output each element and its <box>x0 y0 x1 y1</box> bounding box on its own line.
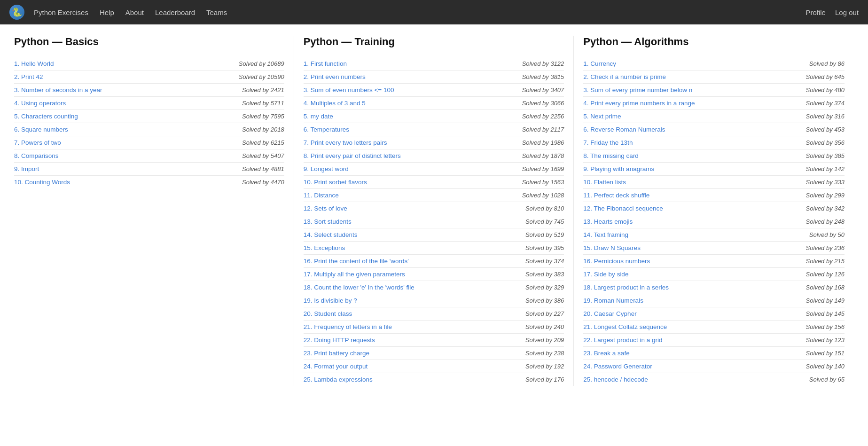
table-row: 9. Playing with anagramsSolved by 142 <box>583 163 845 176</box>
exercise-link-algorithms-5[interactable]: 5. Next prime <box>583 113 621 120</box>
exercise-link-training-23[interactable]: 23. Print battery charge <box>304 350 369 357</box>
exercise-link-training-22[interactable]: 22. Doing HTTP requests <box>304 336 375 344</box>
navbar-links: Python Exercises Help About Leaderboard … <box>34 8 805 16</box>
exercise-link-algorithms-12[interactable]: 12. The Fibonacci sequence <box>583 205 663 212</box>
nav-teams[interactable]: Teams <box>206 8 227 16</box>
exercise-link-algorithms-4[interactable]: 4. Print every prime numbers in a range <box>583 100 695 107</box>
solved-count: Solved by 10590 <box>239 73 284 80</box>
table-row: 8. The missing cardSolved by 385 <box>583 149 845 163</box>
table-row: 5. my dateSolved by 2256 <box>304 110 564 123</box>
exercise-link-algorithms-17[interactable]: 17. Side by side <box>583 271 628 278</box>
exercise-link-algorithms-18[interactable]: 18. Largest product in a series <box>583 284 669 291</box>
exercise-link-training-6[interactable]: 6. Temperatures <box>304 126 349 133</box>
solved-count: Solved by 1878 <box>522 152 564 159</box>
exercise-link-algorithms-14[interactable]: 14. Text framing <box>583 231 628 238</box>
exercise-list-basics: 1. Hello WorldSolved by 106892. Print 42… <box>14 57 284 188</box>
nav-profile[interactable]: Profile <box>805 8 826 16</box>
exercise-link-algorithms-15[interactable]: 15. Draw N Squares <box>583 244 641 251</box>
table-row: 7. Friday the 13thSolved by 356 <box>583 136 845 149</box>
exercise-link-training-18[interactable]: 18. Count the lower 'e' in the 'words' f… <box>304 284 414 291</box>
exercise-link-algorithms-11[interactable]: 11. Perfect deck shuffle <box>583 192 649 199</box>
exercise-link-algorithms-16[interactable]: 16. Pernicious numbers <box>583 258 650 265</box>
solved-count: Solved by 156 <box>806 323 845 330</box>
exercise-link-algorithms-10[interactable]: 10. Flatten lists <box>583 179 626 186</box>
exercise-link-training-2[interactable]: 2. Print even numbers <box>304 73 366 80</box>
solved-count: Solved by 374 <box>806 100 845 107</box>
exercise-link-training-11[interactable]: 11. Distance <box>304 192 339 199</box>
table-row: 6. TemperaturesSolved by 2117 <box>304 123 564 136</box>
exercise-link-basics-1[interactable]: 1. Hello World <box>14 60 54 67</box>
exercise-link-basics-8[interactable]: 8. Comparisons <box>14 152 59 159</box>
exercise-link-algorithms-7[interactable]: 7. Friday the 13th <box>583 139 633 146</box>
exercise-link-training-8[interactable]: 8. Print every pair of distinct letters <box>304 152 401 159</box>
exercise-link-algorithms-25[interactable]: 25. hencode / hdecode <box>583 376 648 383</box>
solved-count: Solved by 3122 <box>522 60 564 67</box>
exercise-link-training-5[interactable]: 5. my date <box>304 113 333 120</box>
nav-help[interactable]: Help <box>100 8 114 16</box>
exercise-link-basics-10[interactable]: 10. Counting Words <box>14 179 70 186</box>
exercise-link-algorithms-24[interactable]: 24. Password Generator <box>583 363 652 370</box>
table-row: 18. Largest product in a seriesSolved by… <box>583 281 845 294</box>
table-row: 9. Longest wordSolved by 1699 <box>304 163 564 176</box>
table-row: 3. Sum of even numbers <= 100Solved by 3… <box>304 84 564 97</box>
exercise-link-basics-6[interactable]: 6. Square numbers <box>14 126 68 133</box>
nav-python-exercises[interactable]: Python Exercises <box>34 8 88 16</box>
exercise-link-training-20[interactable]: 20. Student class <box>304 310 352 317</box>
exercise-link-training-7[interactable]: 7. Print every two letters pairs <box>304 139 387 146</box>
exercise-link-basics-5[interactable]: 5. Characters counting <box>14 113 78 120</box>
nav-logout[interactable]: Log out <box>835 8 859 16</box>
solved-count: Solved by 3815 <box>522 73 564 80</box>
exercise-link-basics-3[interactable]: 3. Number of seconds in a year <box>14 86 102 94</box>
exercise-link-training-17[interactable]: 17. Multiply all the given parameters <box>304 271 405 278</box>
solved-count: Solved by 168 <box>806 284 845 291</box>
table-row: 6. Reverse Roman NumeralsSolved by 453 <box>583 123 845 136</box>
exercise-link-basics-9[interactable]: 9. Import <box>14 165 39 172</box>
exercise-link-training-14[interactable]: 14. Select students <box>304 231 358 238</box>
solved-count: Solved by 145 <box>806 310 845 317</box>
table-row: 3. Number of seconds in a yearSolved by … <box>14 84 284 97</box>
exercise-link-algorithms-13[interactable]: 13. Hearts emojis <box>583 218 633 225</box>
solved-count: Solved by 240 <box>525 323 564 330</box>
exercise-link-training-13[interactable]: 13. Sort students <box>304 218 352 225</box>
nav-about[interactable]: About <box>125 8 144 16</box>
table-row: 25. hencode / hdecodeSolved by 65 <box>583 373 845 386</box>
exercise-link-training-24[interactable]: 24. Format your output <box>304 363 368 370</box>
exercise-link-basics-2[interactable]: 2. Print 42 <box>14 73 43 80</box>
main-content: Python — Basics1. Hello WorldSolved by 1… <box>0 24 868 405</box>
exercise-link-training-16[interactable]: 16. Print the content of the file 'words… <box>304 258 409 265</box>
exercise-link-training-3[interactable]: 3. Sum of even numbers <= 100 <box>304 86 394 94</box>
solved-count: Solved by 6215 <box>242 139 284 146</box>
solved-count: Solved by 126 <box>806 271 845 278</box>
exercise-link-algorithms-8[interactable]: 8. The missing card <box>583 152 639 159</box>
exercise-link-basics-4[interactable]: 4. Using operators <box>14 100 66 107</box>
exercise-link-basics-7[interactable]: 7. Powers of two <box>14 139 61 146</box>
exercise-link-algorithms-19[interactable]: 19. Roman Numerals <box>583 297 643 304</box>
solved-count: Solved by 86 <box>809 60 845 67</box>
exercise-link-algorithms-9[interactable]: 9. Playing with anagrams <box>583 165 654 172</box>
exercise-link-training-4[interactable]: 4. Multiples of 3 and 5 <box>304 100 366 107</box>
exercise-link-training-12[interactable]: 12. Sets of love <box>304 205 347 212</box>
section-basics: Python — Basics1. Hello WorldSolved by 1… <box>14 36 294 386</box>
exercise-link-training-19[interactable]: 19. Is divisible by ? <box>304 297 357 304</box>
exercise-link-algorithms-22[interactable]: 22. Largest product in a grid <box>583 336 662 344</box>
exercise-link-algorithms-3[interactable]: 3. Sum of every prime number below n <box>583 86 692 94</box>
table-row: 3. Sum of every prime number below nSolv… <box>583 84 845 97</box>
exercise-link-algorithms-20[interactable]: 20. Caesar Cypher <box>583 310 636 317</box>
table-row: 5. Characters countingSolved by 7595 <box>14 110 284 123</box>
exercise-link-training-25[interactable]: 25. Lambda expressions <box>304 376 373 383</box>
exercise-link-algorithms-21[interactable]: 21. Longest Collatz sequence <box>583 323 667 330</box>
exercise-link-algorithms-1[interactable]: 1. Currency <box>583 60 616 67</box>
exercise-link-algorithms-2[interactable]: 2. Check if a number is prime <box>583 73 666 80</box>
exercise-link-training-1[interactable]: 1. First function <box>304 60 347 67</box>
solved-count: Solved by 142 <box>806 165 845 172</box>
exercise-link-algorithms-23[interactable]: 23. Break a safe <box>583 350 629 357</box>
exercise-link-training-15[interactable]: 15. Exceptions <box>304 244 345 251</box>
solved-count: Solved by 386 <box>525 297 564 304</box>
nav-leaderboard[interactable]: Leaderboard <box>155 8 195 16</box>
exercise-link-algorithms-6[interactable]: 6. Reverse Roman Numerals <box>583 126 665 133</box>
exercise-link-training-10[interactable]: 10. Print sorbet flavors <box>304 179 367 186</box>
solved-count: Solved by 248 <box>806 218 845 225</box>
exercise-link-training-9[interactable]: 9. Longest word <box>304 165 349 172</box>
table-row: 12. The Fibonacci sequenceSolved by 342 <box>583 202 845 215</box>
exercise-link-training-21[interactable]: 21. Frequency of letters in a file <box>304 323 392 330</box>
